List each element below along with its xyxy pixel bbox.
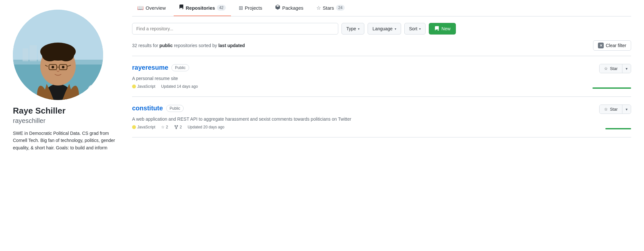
repo-progress-bar-partial — [605, 128, 631, 129]
sort-dropdown[interactable]: Sort ▾ — [404, 23, 426, 35]
main-content: 📖 Overview Repositories 42 ⊞ Projects Pa… — [126, 0, 644, 251]
emoji-button[interactable]: 🙂 — [88, 85, 99, 96]
repo-progress-bar — [592, 87, 631, 89]
avatar: 🙂 — [13, 10, 103, 100]
repo-description: A web application and REST API to aggreg… — [132, 116, 358, 122]
type-dropdown[interactable]: Type ▾ — [341, 23, 364, 35]
repo-name-link[interactable]: rayeresume — [132, 64, 168, 71]
results-count: 32 — [132, 43, 137, 48]
search-input[interactable] — [132, 23, 338, 35]
package-icon — [275, 5, 280, 11]
svg-rect-3 — [23, 48, 28, 61]
repo-icon — [179, 5, 184, 11]
clear-filter-x-icon: ✕ — [598, 43, 604, 48]
visibility-badge: Public — [166, 105, 184, 112]
repo-language: JavaScript — [132, 84, 155, 89]
star-count-icon: ☆ — [161, 125, 165, 129]
star-button[interactable]: ☆ Star — [600, 105, 622, 114]
star-nav-icon: ☆ — [316, 5, 321, 11]
tab-projects[interactable]: ⊞ Projects — [234, 0, 267, 16]
sort-chevron-icon: ▾ — [419, 27, 421, 31]
repo-forks-count: 2 — [174, 125, 182, 129]
repo-item-header: constitute Public ☆ Star ▾ — [132, 105, 631, 114]
star-icon: ☆ — [604, 107, 608, 112]
repos-badge: 42 — [217, 5, 226, 11]
page-wrapper: 🙂 Raye Schiller rayeschiller SWE in Demo… — [0, 0, 644, 251]
type-chevron-icon: ▾ — [358, 27, 360, 31]
repo-meta: JavaScript ☆ 2 2 Updated 20 days ago — [132, 125, 631, 129]
repo-item-header: rayeresume Public ☆ Star ▾ — [132, 64, 631, 73]
new-repo-icon — [434, 26, 439, 31]
tab-overview[interactable]: 📖 Overview — [132, 0, 171, 16]
repo-description: A personal resume site — [132, 76, 358, 81]
tab-packages[interactable]: Packages — [270, 0, 309, 16]
language-label: Language — [372, 26, 392, 31]
sidebar: 🙂 Raye Schiller rayeschiller SWE in Demo… — [0, 0, 126, 251]
star-label: Star — [610, 107, 618, 112]
clear-filter-label: Clear filter — [606, 43, 626, 48]
tab-repositories[interactable]: Repositories 42 — [174, 0, 231, 16]
star-button-group: ☆ Star ▾ — [599, 64, 631, 73]
new-label: New — [441, 26, 450, 31]
repo-language: JavaScript — [132, 125, 155, 129]
repo-updated: Updated 14 days ago — [161, 84, 198, 89]
language-dropdown[interactable]: Language ▾ — [368, 23, 401, 35]
language-dot — [132, 125, 136, 129]
repo-name-area: rayeresume Public — [132, 64, 189, 71]
repo-list: rayeresume Public ☆ Star ▾ A personal re… — [132, 56, 631, 137]
sort-label: Sort — [409, 26, 418, 31]
star-dropdown-button[interactable]: ▾ — [622, 105, 631, 114]
results-text: 32 results for public repositories sorte… — [132, 43, 245, 48]
repo-name-area: constitute Public — [132, 105, 184, 112]
language-chevron-icon: ▾ — [395, 27, 396, 31]
repo-item: rayeresume Public ☆ Star ▾ A personal re… — [132, 56, 631, 97]
star-label: Star — [610, 66, 618, 71]
clear-filter-button[interactable]: ✕ Clear filter — [593, 40, 631, 51]
language-dot — [132, 85, 136, 88]
repo-name-link[interactable]: constitute — [132, 105, 163, 112]
star-button[interactable]: ☆ Star — [600, 64, 622, 73]
results-sort-by: last updated — [218, 43, 245, 48]
book-icon: 📖 — [137, 5, 144, 11]
results-filter-type: public — [159, 43, 173, 48]
repo-updated: Updated 20 days ago — [187, 125, 224, 129]
repo-stars-count: ☆ 2 — [161, 125, 168, 129]
tab-stars[interactable]: ☆ Stars 24 — [311, 0, 350, 16]
new-repo-button[interactable]: New — [429, 23, 456, 35]
svg-rect-4 — [30, 45, 37, 61]
user-name: Raye Schiller — [13, 106, 119, 116]
results-row: 32 results for public repositories sorte… — [132, 40, 631, 51]
star-icon: ☆ — [604, 66, 608, 71]
fork-icon — [174, 125, 178, 129]
svg-point-17 — [42, 44, 74, 58]
stars-badge: 24 — [336, 5, 345, 11]
svg-point-23 — [52, 66, 54, 68]
project-icon: ⊞ — [239, 5, 243, 11]
user-bio: SWE in Democratic Political Data. CS gra… — [13, 130, 119, 151]
star-button-group: ☆ Star ▾ — [599, 105, 631, 114]
svg-point-24 — [62, 66, 64, 68]
repo-meta: JavaScript Updated 14 days ago — [132, 84, 631, 89]
repo-item: constitute Public ☆ Star ▾ A web applica… — [132, 97, 631, 137]
user-handle: rayeschiller — [13, 117, 119, 125]
visibility-badge: Public — [171, 64, 189, 71]
filter-row: Type ▾ Language ▾ Sort ▾ New — [132, 23, 631, 35]
star-dropdown-button[interactable]: ▾ — [622, 64, 631, 73]
type-label: Type — [346, 26, 356, 31]
tabs-bar: 📖 Overview Repositories 42 ⊞ Projects Pa… — [132, 0, 631, 16]
